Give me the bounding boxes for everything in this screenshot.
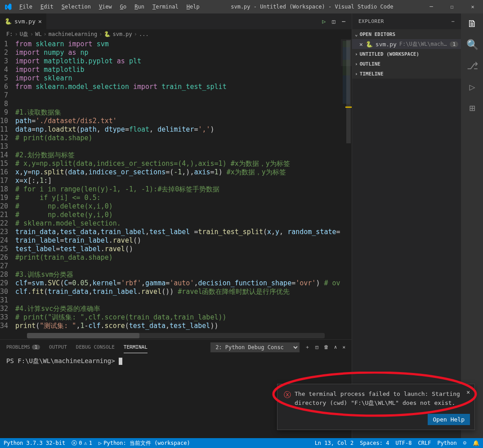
eol[interactable]: CRLF [418,440,431,446]
section-open-editors[interactable]: ⌄OPEN EDITORS [352,29,461,39]
tab-output[interactable]: OUTPUT [49,342,67,353]
title-bar: File Edit Selection View Go Run Terminal… [0,0,483,13]
terminal-cursor [119,358,122,365]
search-icon[interactable]: 🔍 [466,39,479,50]
menu-view[interactable]: View [95,2,116,12]
explorer-icon[interactable]: 🗎 [467,18,477,29]
breadcrumb-seg[interactable]: svm.py [112,31,132,37]
error-icon: ⓧ [284,390,291,407]
tab-problems[interactable]: PROBLEMS1 [6,342,40,353]
encoding[interactable]: UTF-8 [395,440,411,446]
file-path: F:\U盘\WL\machine... [399,40,447,48]
terminal-selector[interactable]: 2: Python Debug Consc [210,342,300,352]
breadcrumb-seg[interactable]: machineLearning [49,31,97,37]
problems-status[interactable]: ⓧ0 ⚠1 [72,439,92,447]
menu-selection[interactable]: Selection [58,2,94,12]
cursor-position[interactable]: Ln 13, Col 2 [315,440,354,446]
kill-terminal-icon[interactable]: 🗑 [324,344,329,350]
dirty-badge: 1 [450,41,458,47]
menu-bar: File Edit Selection View Go Run Terminal… [16,2,203,12]
notification-toast: ⓧ The terminal process failed to launch:… [277,384,475,430]
tab-debug-console[interactable]: DEBUG CONSOLE [76,342,115,353]
run-icon[interactable]: ▷ [322,18,326,25]
open-editor-item[interactable]: ✕ 🐍 svm.py F:\U盘\WL\machine... 1 [352,39,461,49]
terminal-prompt: PS F:\U盘\WL\machineLearning> [6,357,119,364]
feedback-icon[interactable]: ☺ [463,440,466,446]
breadcrumb-seg[interactable]: F: [6,31,13,37]
breadcrumb-seg[interactable]: WL [35,31,41,37]
close-icon[interactable]: ✕ [359,41,363,48]
maximize-panel-icon[interactable]: ∧ [334,344,337,350]
breadcrumb-seg[interactable]: U盘 [20,31,28,38]
code-content[interactable]: from sklearn import svmimport numpy as n… [15,39,340,331]
python-file-icon: 🐍 [4,18,12,25]
minimize-button[interactable]: ─ [421,0,442,13]
menu-file[interactable]: File [16,2,36,12]
run-debug-icon[interactable]: ▷ [469,81,475,93]
editor-tabs: 🐍 svm.py ✕ ▷ ◫ ⋯ [0,13,352,29]
section-untitled-workspace[interactable]: ›UNTITLED (WORKSPACE) [352,49,461,59]
line-numbers: 1234567891011121314151617181920212223242… [0,39,15,331]
menu-go[interactable]: Go [116,2,130,12]
python-file-icon: 🐍 [366,41,373,48]
close-panel-icon[interactable]: ✕ [342,344,345,350]
overview-ruler[interactable] [345,39,352,331]
language-mode[interactable]: Python [437,440,456,446]
section-outline[interactable]: ›OUTLINE [352,59,461,69]
extensions-icon[interactable]: ⊞ [469,102,475,114]
new-terminal-icon[interactable]: ＋ [305,344,310,350]
more-actions-icon[interactable]: ⋯ [342,18,345,25]
sidebar: EXPLORER ⋯ ⌄OPEN EDITORS ✕ 🐍 svm.py F:\U… [352,13,461,438]
breadcrumbs[interactable]: F:› U盘› WL› machineLearning› 🐍 svm.py› .… [0,29,352,39]
close-tab-icon[interactable]: ✕ [38,18,42,25]
menu-edit[interactable]: Edit [37,2,57,12]
activity-bar: 🗎 🔍 ⎇ ▷ ⊞ [461,13,483,438]
source-control-icon[interactable]: ⎇ [467,60,478,71]
menu-help[interactable]: Help [183,2,203,12]
maximize-button[interactable]: ☐ [442,0,462,13]
open-help-button[interactable]: Open Help [428,414,470,425]
section-timeline[interactable]: ›TIMELINE [352,69,461,79]
python-interpreter[interactable]: Python 3.7.3 32-bit [4,440,65,446]
horizontal-scrollbar[interactable] [27,333,325,338]
breadcrumb-seg[interactable]: ... [139,31,149,37]
run-config[interactable]: ▷ Python: 当前文件 (workspace) [98,439,190,447]
menu-terminal[interactable]: Terminal [149,2,182,12]
minimap[interactable] [340,39,352,331]
explorer-title: EXPLORER [358,18,384,24]
split-editor-icon[interactable]: ◫ [332,18,335,25]
status-bar: Python 3.7.3 32-bit ⓧ0 ⚠1 ▷ Python: 当前文件… [0,438,483,448]
split-terminal-icon[interactable]: ◫ [315,344,318,350]
code-editor[interactable]: 1234567891011121314151617181920212223242… [0,39,352,331]
menu-run[interactable]: Run [131,2,148,12]
indentation[interactable]: Spaces: 4 [360,440,389,446]
tab-svm[interactable]: 🐍 svm.py ✕ [0,13,47,29]
notification-text: The terminal process failed to launch: S… [295,390,468,407]
python-file-icon: 🐍 [104,31,111,37]
vscode-icon [0,3,16,11]
window-title: svm.py - Untitled (Workspace) - Visual S… [203,4,421,10]
close-window-button[interactable]: ✕ [462,0,483,13]
notifications-icon[interactable]: 🔔 [473,440,479,446]
file-name: svm.py [376,41,397,48]
tab-label: svm.py [14,18,36,25]
tab-terminal[interactable]: TERMINAL [124,342,148,353]
explorer-more-icon[interactable]: ⋯ [452,18,455,24]
close-notification-icon[interactable]: ✕ [466,389,470,395]
